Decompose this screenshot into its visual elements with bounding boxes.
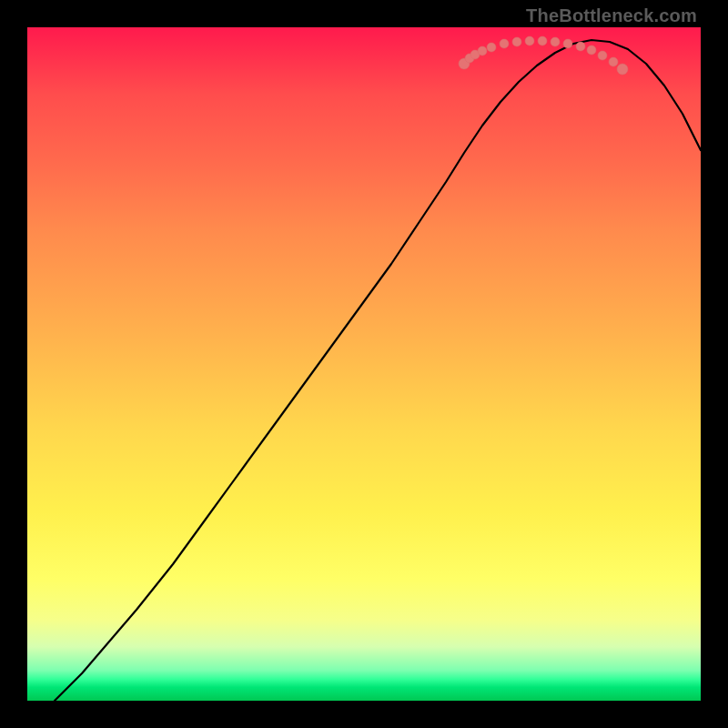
curve-marker — [478, 46, 487, 56]
curve-marker — [609, 57, 618, 66]
curve-marker — [487, 43, 496, 52]
curve-marker — [538, 36, 547, 46]
curve-marker — [598, 51, 607, 60]
watermark-text: TheBottleneck.com — [526, 5, 697, 26]
chart-frame: TheBottleneck.com — [0, 0, 728, 728]
curve-marker — [525, 36, 534, 46]
curve-marker — [500, 39, 509, 48]
curve-marker — [617, 64, 628, 75]
curve-svg — [27, 27, 701, 701]
curve-marker — [563, 39, 572, 48]
bottleneck-curve — [55, 40, 701, 701]
curve-marker — [576, 42, 585, 51]
curve-marker — [512, 37, 521, 46]
curve-marker — [587, 46, 596, 55]
curve-marker — [551, 37, 560, 46]
plot-area — [27, 27, 701, 701]
